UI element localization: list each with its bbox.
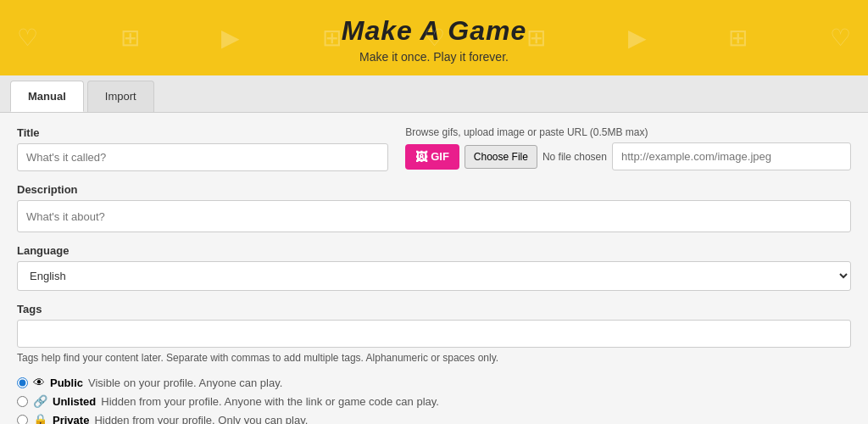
tab-manual[interactable]: Manual <box>10 81 84 112</box>
description-input[interactable] <box>17 200 851 232</box>
gif-icon: 🖼 <box>415 150 427 164</box>
visibility-public-radio[interactable] <box>17 377 28 388</box>
language-select[interactable]: English French Spanish German Portuguese… <box>17 261 851 291</box>
public-desc: Visible on your profile. Anyone can play… <box>88 377 282 389</box>
image-field-group: Browse gifs, upload image or paste URL (… <box>405 126 851 171</box>
public-label: Public <box>50 377 83 389</box>
public-icon: 👁 <box>33 376 45 389</box>
private-desc: Hidden from your profile. Only you can p… <box>94 414 308 425</box>
page-subtitle: Make it once. Play it forever. <box>0 50 868 64</box>
language-label: Language <box>17 244 851 257</box>
header: ♡ ⊞ ▶ ⊞ ♡ ⊞ ▶ ⊞ ♡ Make A Game Make it on… <box>0 0 868 75</box>
private-label: Private <box>53 414 89 425</box>
description-label: Description <box>17 183 851 196</box>
language-field-group: Language English French Spanish German P… <box>17 244 851 291</box>
main-content: Title Browse gifs, upload image or paste… <box>0 113 868 424</box>
title-field-group: Title <box>17 126 388 171</box>
tags-label: Tags <box>17 303 851 315</box>
gif-button-label: GIF <box>431 150 449 163</box>
description-field-group: Description <box>17 183 851 232</box>
tags-input[interactable] <box>17 320 851 348</box>
visibility-public-option: 👁 Public Visible on your profile. Anyone… <box>17 376 851 389</box>
visibility-section: 👁 Public Visible on your profile. Anyone… <box>17 376 851 424</box>
choose-file-button[interactable]: Choose File <box>465 145 537 169</box>
image-controls: 🖼 GIF Choose File No file chosen <box>405 142 851 170</box>
title-input[interactable] <box>17 143 388 171</box>
title-label: Title <box>17 126 388 139</box>
page-title: Make A Game <box>0 15 868 47</box>
tab-import[interactable]: Import <box>87 81 154 112</box>
visibility-unlisted-radio[interactable] <box>17 396 28 407</box>
private-icon: 🔒 <box>33 413 47 424</box>
tags-hint: Tags help find your content later. Separ… <box>17 352 851 364</box>
unlisted-desc: Hidden from your profile. Anyone with th… <box>101 395 439 408</box>
visibility-private-radio[interactable] <box>17 415 28 425</box>
no-file-text: No file chosen <box>542 151 607 163</box>
image-url-input[interactable] <box>612 142 851 170</box>
unlisted-label: Unlisted <box>53 395 96 408</box>
tags-field-group: Tags Tags help find your content later. … <box>17 303 851 364</box>
top-row: Title Browse gifs, upload image or paste… <box>17 126 851 171</box>
unlisted-icon: 🔗 <box>33 394 47 408</box>
tabs-bar: Manual Import <box>0 75 868 113</box>
visibility-unlisted-option: 🔗 Unlisted Hidden from your profile. Any… <box>17 394 851 408</box>
visibility-private-option: 🔒 Private Hidden from your profile. Only… <box>17 413 851 424</box>
gif-button[interactable]: 🖼 GIF <box>405 144 459 170</box>
image-label: Browse gifs, upload image or paste URL (… <box>405 126 851 138</box>
